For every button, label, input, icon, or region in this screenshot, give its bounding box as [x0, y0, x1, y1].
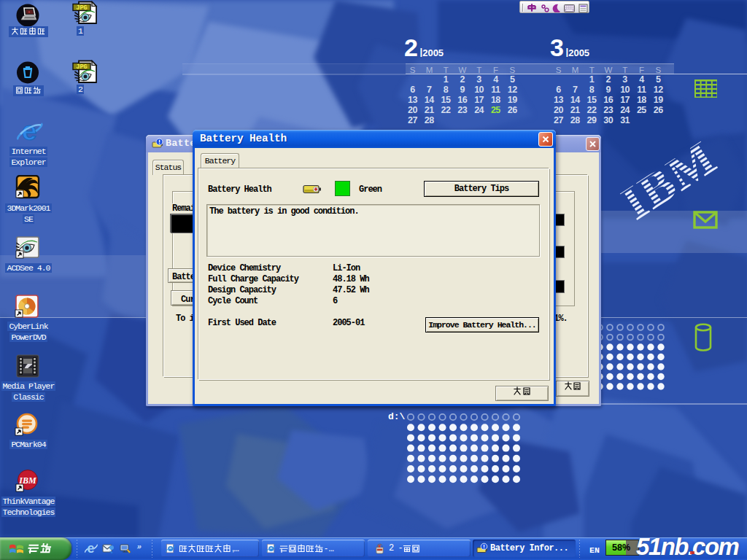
- svg-text:JPG: JPG: [76, 63, 87, 71]
- svg-text:JPG: JPG: [76, 4, 87, 12]
- svg-text:e: e: [87, 542, 94, 555]
